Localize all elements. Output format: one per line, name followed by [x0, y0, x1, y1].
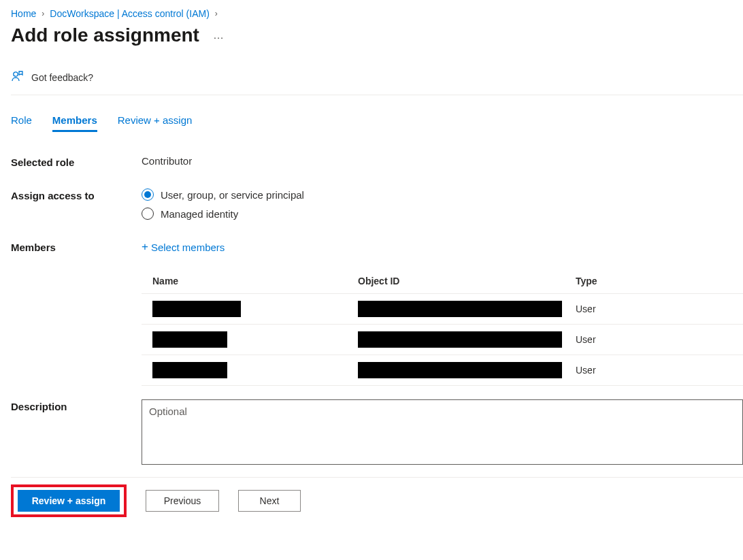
description-label: Description — [11, 399, 142, 412]
previous-button[interactable]: Previous — [146, 490, 219, 512]
next-button[interactable]: Next — [238, 490, 301, 512]
members-table: Name Object ID Type User User User — [142, 269, 743, 386]
radio-user-group-sp[interactable]: User, group, or service principal — [142, 188, 743, 201]
feedback-label: Got feedback? — [31, 72, 93, 83]
chevron-right-icon: › — [215, 9, 218, 18]
radio-managed-identity[interactable]: Managed identity — [142, 208, 743, 220]
breadcrumb-workspace[interactable]: DocWorkspace | Access control (IAM) — [50, 8, 209, 19]
table-row: User — [142, 355, 743, 386]
row-type: User — [576, 334, 738, 345]
select-members-link[interactable]: + Select members — [142, 240, 225, 254]
redacted-name — [152, 331, 227, 348]
tab-review-assign[interactable]: Review + assign — [118, 114, 193, 132]
tab-role[interactable]: Role — [11, 114, 32, 132]
assign-access-label: Assign access to — [11, 188, 142, 201]
chevron-right-icon: › — [42, 9, 44, 18]
plus-icon: + — [142, 240, 148, 254]
row-type: User — [576, 303, 738, 314]
redacted-name — [152, 362, 227, 378]
radio-managed-label: Managed identity — [161, 208, 238, 220]
table-header: Name Object ID Type — [142, 269, 743, 294]
highlight-annotation: Review + assign — [11, 484, 127, 517]
row-type: User — [576, 365, 738, 376]
redacted-object-id — [358, 301, 562, 317]
page-title: Add role assignment — [11, 24, 199, 46]
redacted-object-id — [358, 362, 562, 378]
more-actions-icon[interactable]: … — [213, 29, 225, 42]
radio-selected-icon — [142, 188, 154, 201]
redacted-object-id — [358, 331, 562, 348]
tabs: Role Members Review + assign — [11, 114, 743, 132]
table-row: User — [142, 294, 743, 325]
members-label: Members — [11, 240, 142, 253]
footer-actions: Review + assign Previous Next — [11, 477, 743, 523]
col-header-type[interactable]: Type — [576, 276, 738, 286]
selected-role-value: Contributor — [142, 155, 743, 167]
feedback-link[interactable]: Got feedback? — [11, 69, 743, 95]
breadcrumb-home[interactable]: Home — [11, 8, 36, 19]
table-row: User — [142, 325, 743, 355]
feedback-icon — [11, 69, 24, 85]
radio-unselected-icon — [142, 208, 154, 220]
select-members-label: Select members — [151, 242, 225, 253]
review-assign-button[interactable]: Review + assign — [18, 490, 120, 512]
redacted-name — [152, 301, 241, 317]
description-input[interactable] — [142, 399, 743, 465]
col-header-name[interactable]: Name — [147, 276, 358, 286]
selected-role-label: Selected role — [11, 155, 142, 168]
tab-members[interactable]: Members — [52, 114, 97, 132]
col-header-object-id[interactable]: Object ID — [358, 276, 576, 286]
radio-user-label: User, group, or service principal — [161, 189, 304, 201]
breadcrumb: Home › DocWorkspace | Access control (IA… — [11, 8, 743, 19]
svg-point-0 — [14, 72, 18, 76]
